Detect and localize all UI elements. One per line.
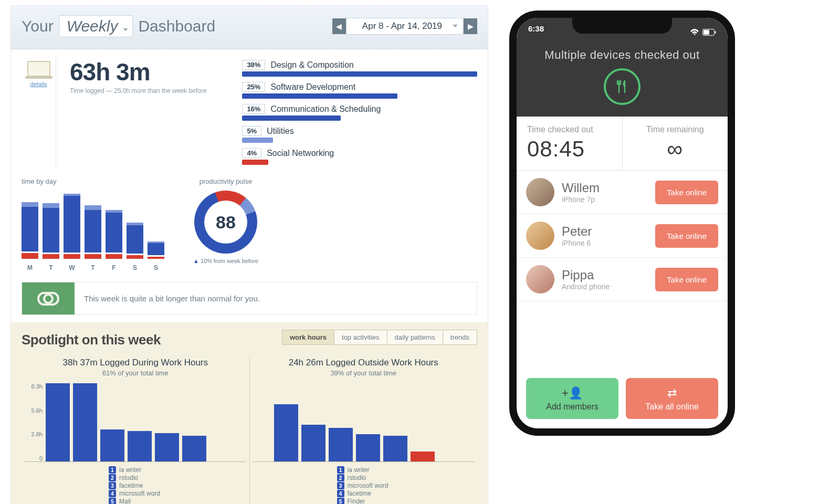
spotlight-tab[interactable]: top activities (334, 330, 387, 344)
legend-label: ia writer (348, 466, 370, 474)
spotlight-tab[interactable]: trends (443, 330, 477, 344)
device-icon (27, 61, 50, 77)
category-name: Design & Composition (270, 60, 353, 70)
wifi-icon (690, 28, 699, 37)
category-name: Utilities (267, 127, 294, 136)
day-label: S (148, 264, 164, 271)
member-device: Android phone (562, 282, 648, 291)
member-name: Pippa (562, 268, 648, 282)
time-checked-label: Time checked out (527, 125, 612, 134)
take-all-label: Take all online (645, 402, 698, 411)
spotlight-tab[interactable]: work hours (282, 330, 334, 344)
member-row: WillemiPhone 7p Take online (517, 171, 728, 214)
category-pct: 5% (242, 126, 261, 136)
work-hours-chart: 8.3h5.6h2.8h0 (25, 383, 246, 462)
total-time: 63h 3m (70, 58, 206, 86)
work-hours-sub: 61% of your total time (25, 369, 246, 377)
productivity-pulse-donut: 88 (194, 191, 257, 254)
day-bar (64, 194, 80, 259)
legend-label: rstudio (119, 474, 138, 481)
member-name: Willem (562, 181, 648, 195)
member-name: Peter (562, 224, 648, 239)
time-by-day-label: time by day (22, 177, 174, 185)
member-device: iPhone 7p (562, 195, 648, 204)
take-online-button[interactable]: Take online (655, 268, 718, 291)
dashboard-title: Your Weekly Dashboard (22, 15, 215, 37)
date-range-dropdown[interactable]: Apr 8 - Apr 14, 2019 (346, 18, 464, 35)
legend-label: facetime (348, 490, 371, 497)
legend-badge: 4 (337, 490, 344, 497)
legend-badge: 1 (109, 466, 116, 474)
legend-row: 1ia writer (337, 466, 475, 474)
legend-label: ia writer (119, 466, 141, 474)
legend-row: 2rstudio (337, 474, 475, 481)
legend-badge: 5 (109, 498, 116, 504)
category-bar (242, 71, 477, 77)
legend-label: microsoft word (119, 490, 160, 497)
day-label: M (22, 264, 38, 271)
category-row[interactable]: 25%Software Development (242, 82, 477, 99)
category-bar (242, 138, 272, 143)
time-checked-value: 08:45 (527, 136, 612, 162)
pulse-label: productivity pulse (186, 177, 265, 185)
category-bar (242, 160, 268, 165)
day-bar (148, 242, 164, 259)
meal-icon (604, 68, 640, 105)
legend-row: 5Finder (337, 498, 475, 504)
time-remaining-value: ∞ (633, 136, 718, 162)
day-bar (22, 202, 38, 259)
phone-notch (572, 18, 672, 34)
legend-badge: 2 (337, 474, 344, 481)
day-bar (106, 210, 122, 259)
period-dropdown[interactable]: Weekly (59, 15, 133, 37)
y-tick: 8.3h (25, 383, 43, 390)
spotlight-tab[interactable]: daily patterns (387, 330, 443, 344)
take-online-button[interactable]: Take online (655, 224, 718, 248)
add-members-button[interactable]: +👤 Add members (526, 378, 618, 419)
details-link[interactable]: details (30, 81, 47, 87)
category-row[interactable]: 38%Design & Composition (242, 60, 477, 77)
title-post: Dashboard (138, 17, 215, 35)
y-tick: 0 (25, 455, 43, 461)
svg-rect-2 (704, 30, 709, 35)
outside-hours-sub: 39% of your total time (253, 369, 475, 377)
pulse-change: ▲ 10% from week before (186, 258, 265, 264)
legend-row: 3microsoft word (337, 482, 475, 489)
legend-label: Finder (348, 498, 365, 504)
insight-banner: This week is quite a bit longer than nor… (22, 282, 477, 315)
phone-mockup: 6:38 Multiple devices checked out (509, 10, 735, 436)
outside-hours-chart (253, 383, 475, 462)
category-name: Social Networking (267, 149, 334, 158)
time-by-day-chart (22, 191, 174, 259)
date-prev-button[interactable]: ◀ (332, 18, 346, 34)
category-row[interactable]: 5%Utilities (242, 126, 477, 143)
avatar (526, 265, 554, 293)
total-time-sub: Time logged — 25.0h more than the week b… (70, 87, 206, 94)
category-pct: 16% (242, 104, 265, 114)
pulse-value: 88 (204, 201, 247, 244)
take-online-button[interactable]: Take online (655, 181, 718, 204)
status-time: 6:38 (528, 24, 544, 41)
day-label: T (85, 264, 101, 271)
day-label: W (64, 264, 80, 271)
date-next-button[interactable]: ▶ (464, 18, 477, 34)
svg-rect-1 (715, 31, 716, 34)
take-all-online-button[interactable]: ⇄ Take all online (626, 378, 718, 419)
day-label: S (127, 264, 143, 271)
legend-badge: 3 (109, 482, 116, 489)
category-row[interactable]: 16%Communication & Scheduling (242, 104, 477, 121)
legend-label: facetime (119, 482, 143, 489)
legend-row: 5Mail (109, 498, 246, 504)
legend-row: 4facetime (337, 490, 475, 497)
day-label: F (106, 264, 122, 271)
legend-row: 2rstudio (109, 474, 246, 481)
member-device: iPhone 6 (562, 239, 648, 247)
member-row: PippaAndroid phone Take online (517, 258, 728, 301)
swap-icon: ⇄ (626, 386, 718, 400)
day-bar (85, 205, 101, 259)
legend-badge: 3 (337, 482, 344, 489)
legend-badge: 1 (337, 466, 344, 474)
category-row[interactable]: 4%Social Networking (242, 148, 477, 165)
avatar (526, 222, 554, 250)
add-members-label: Add members (546, 402, 598, 411)
